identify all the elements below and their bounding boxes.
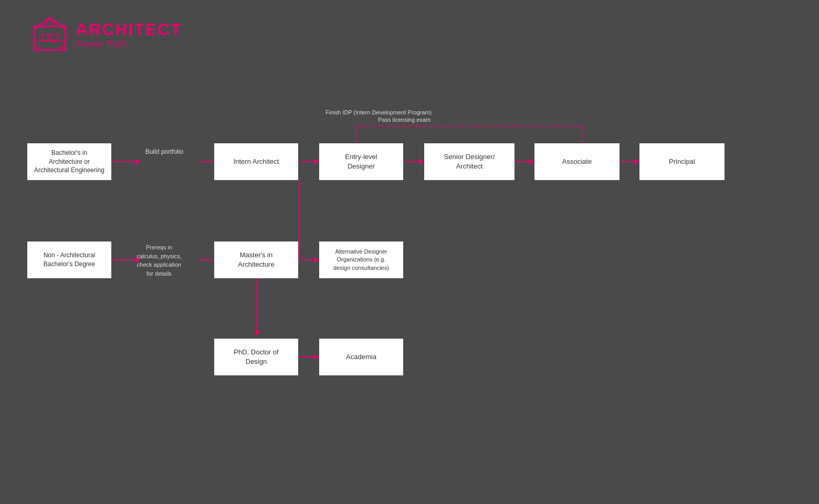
- alt-designer-label: Alternative DesignerOrganizations (e.g.d…: [333, 248, 389, 272]
- svg-marker-30: [255, 331, 260, 336]
- header-title: ARCHITECT: [76, 20, 182, 39]
- non-arch-label: Non - ArchitecturalBachelor's Degree: [44, 251, 96, 269]
- principal-box: Principal: [639, 143, 724, 180]
- career-diagram: Bachelor's inArchitecture orArchitectura…: [21, 84, 798, 452]
- senior-designer-box: Senior Designer/Architect: [424, 143, 514, 180]
- associate-label: Associate: [562, 157, 592, 166]
- principal-label: Principal: [669, 157, 695, 166]
- intern-architect-label: Intern Architect: [234, 157, 279, 166]
- masters-label: Master's inArchitecture: [238, 250, 274, 269]
- header: ARCHITECT Career Path: [32, 16, 182, 52]
- academia-label: Academia: [346, 352, 376, 362]
- idp-label: Finish IDP (Intern Development Program): [326, 109, 432, 116]
- bachelor-box: Bachelor's inArchitecture orArchitectura…: [27, 143, 111, 180]
- phd-label: PhD, Doctor ofDesign: [234, 348, 278, 366]
- svg-rect-4: [51, 34, 58, 40]
- bachelor-label: Bachelor's inArchitecture orArchitectura…: [34, 149, 104, 175]
- architect-logo-icon: [32, 16, 68, 52]
- phd-box: PhD, Doctor ofDesign: [214, 339, 298, 375]
- intern-architect-box: Intern Architect: [214, 143, 298, 180]
- license-label: Pass licensing exam: [378, 117, 430, 123]
- entry-level-label: Entry-levelDesigner: [345, 152, 377, 171]
- svg-rect-3: [42, 34, 48, 40]
- academia-box: Academia: [319, 339, 403, 375]
- entry-level-box: Entry-levelDesigner: [319, 143, 403, 180]
- svg-marker-20: [529, 159, 534, 164]
- senior-designer-label: Senior Designer/Architect: [444, 152, 495, 171]
- build-portfolio-label: Build portfolio: [135, 147, 193, 156]
- svg-marker-22: [634, 159, 639, 164]
- non-arch-box: Non - ArchitecturalBachelor's Degree: [27, 242, 111, 278]
- header-text: ARCHITECT Career Path: [76, 20, 182, 49]
- prereqs-label: Prereqs incalculus, physics,check applic…: [125, 243, 193, 278]
- masters-box: Master's inArchitecture: [214, 242, 298, 278]
- svg-marker-34: [314, 354, 319, 360]
- svg-marker-18: [419, 159, 424, 164]
- svg-marker-12: [135, 159, 141, 164]
- alt-designer-box: Alternative DesignerOrganizations (e.g.d…: [319, 242, 403, 278]
- svg-marker-16: [314, 159, 319, 164]
- associate-box: Associate: [534, 143, 620, 180]
- header-subtitle: Career Path: [76, 39, 182, 49]
- svg-marker-28: [314, 257, 319, 262]
